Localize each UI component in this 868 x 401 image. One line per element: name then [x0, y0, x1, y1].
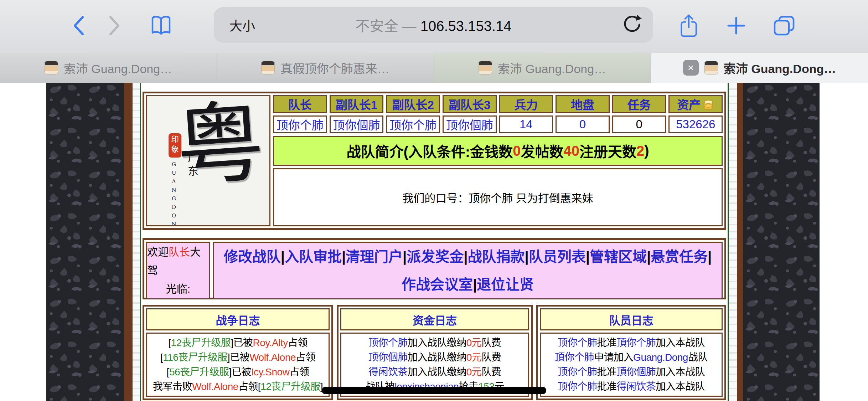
log-link[interactable]: Guang.Dong	[633, 352, 688, 363]
text-segment: 占领	[296, 352, 315, 363]
tab-bar: 索沛 Guang.Dong… 真假顶你个肺惠来… 索沛 Guang.Dong… …	[0, 53, 868, 83]
text-segment: Icy.Snow	[251, 366, 290, 377]
menu-link[interactable]: 悬赏任务	[651, 249, 708, 264]
text-segment: 发帖数	[521, 140, 563, 161]
bookmarks-button[interactable]	[150, 0, 172, 53]
log-link[interactable]: 顶你个肺	[368, 337, 408, 348]
leader-header-label: 兵力	[514, 96, 538, 113]
text-segment: 批准	[597, 337, 616, 348]
tab-title: 真假顶你个肺惠来…	[280, 59, 389, 77]
leader-name-link[interactable]: 顶你个肺	[389, 116, 436, 133]
log-link[interactable]: 顶你个肺	[558, 337, 597, 348]
welcome-table: 欢迎队长大驾 光临: 修改战队|入队审批|清理门户|派发奖金|战队捐款|队员列表…	[143, 238, 726, 299]
team-slogan: 我们的口号：顶你个肺 只为打倒惠来妹	[273, 168, 723, 226]
tab-3[interactable]: 索沛 Guang.Dong…	[434, 53, 651, 83]
log-row: 顶你个肺批准頂你个肺加入本战队	[541, 335, 722, 350]
home-indicator[interactable]	[322, 387, 546, 394]
log-link[interactable]: 无我	[422, 396, 441, 397]
left-damask-pattern	[46, 83, 124, 401]
log-link[interactable]: 顶你个肺	[558, 366, 597, 377]
tab-overview-icon	[773, 15, 795, 37]
leader-header-cell: 副队长3	[443, 95, 497, 113]
text-segment: 批准	[597, 381, 616, 392]
leader-value-cell: 顶你个肺	[273, 115, 327, 133]
new-tab-button[interactable]	[725, 0, 747, 53]
log-link[interactable]: 得闲饮茶	[368, 366, 408, 377]
tab-4-active[interactable]: × 索沛 Guang.Dong…	[651, 53, 868, 83]
log-link[interactable]: 得闲饮茶	[616, 381, 656, 392]
text-segment: 抓获小偷	[383, 396, 422, 397]
log-row: 得闲饮茶加入战队缴纳0元队费	[341, 365, 528, 379]
address-bar[interactable]: 大小 不安全 — 106.53.153.14	[214, 7, 653, 43]
log-link[interactable]: 頂你個肺	[616, 366, 656, 377]
text-segment: Roy.Alty	[253, 337, 288, 348]
share-button[interactable]	[678, 0, 699, 53]
menu-link[interactable]: 作战会议室	[402, 277, 473, 292]
leader-value-cell: 0	[612, 115, 666, 133]
tab-close-button[interactable]: ×	[683, 60, 699, 76]
logo-region-en: GUANGDONG	[171, 161, 177, 226]
leader-header-cell: 副队长1	[330, 95, 384, 113]
back-icon	[73, 15, 85, 38]
text-segment: 加入战队缴纳	[408, 352, 466, 363]
menu-line: 作战会议室|退位让贤	[402, 271, 534, 298]
leader-value-cell: 顶你個肺	[443, 115, 497, 133]
leader-header-label: 地盘	[571, 96, 594, 113]
text-segment: 56丧尸升级服	[169, 366, 229, 377]
menu-link[interactable]: 战队捐款	[468, 249, 525, 264]
text-segment: 加入本战队	[656, 381, 705, 392]
text-segment: 战队	[688, 396, 708, 397]
url-text: 不安全 — 106.53.153.14	[214, 15, 653, 35]
menu-link[interactable]: 清理门户	[346, 249, 403, 264]
log-link[interactable]: Guang.Dong	[633, 396, 688, 397]
text-segment: 2	[636, 143, 644, 159]
leader-header-row: 队长副队长1副队长2副队长3兵力地盘任务资产	[273, 95, 723, 113]
leader-name-link[interactable]: 顶你個肺	[333, 116, 380, 133]
forward-button[interactable]	[105, 0, 123, 53]
menu-separator: |	[708, 249, 712, 264]
log-row: 顶你个肺批准得闲饮茶加入本战队	[541, 379, 722, 394]
war-log-body: [12丧尸升级服]已被Roy.Alty占领[116丧尸升级服]已被Wolf.Al…	[146, 333, 330, 397]
leader-header-label: 队长	[288, 96, 312, 113]
coins-icon	[703, 98, 714, 110]
menu-link[interactable]: 派发奖金	[407, 249, 464, 264]
log-link[interactable]: 顶你个肺	[558, 381, 597, 392]
tab-2[interactable]: 真假顶你个肺惠来…	[217, 53, 434, 83]
log-row: [56丧尸升级服]已被Icy.Snow占领	[147, 365, 329, 379]
tab-title: 索沛 Guang.Dong…	[64, 59, 172, 77]
menu-separator: |	[342, 249, 346, 264]
leader-header-cell: 任务	[612, 95, 666, 113]
tab-1[interactable]: 索沛 Guang.Dong…	[0, 53, 217, 83]
tab-overview-button[interactable]	[773, 0, 796, 53]
text-segment: 批准	[597, 366, 616, 377]
text-segment: 罚款	[441, 396, 461, 397]
text-segment: 46	[286, 396, 297, 397]
text-segment: 队长	[169, 246, 190, 258]
leader-header-cell: 副队长2	[386, 95, 440, 113]
reload-button[interactable]	[622, 14, 642, 36]
text-segment: 队费	[481, 337, 501, 348]
browser-toolbar: 大小 不安全 — 106.53.153.14	[0, 0, 868, 53]
menu-link[interactable]: 入队审批	[285, 249, 342, 264]
menu-link[interactable]: 队员列表	[529, 249, 586, 264]
menu-separator: |	[464, 249, 467, 264]
back-button[interactable]	[70, 0, 88, 53]
leader-header-label: 任务	[627, 96, 651, 113]
menu-link[interactable]: 修改战队	[224, 249, 281, 264]
text-segment: 扩充本战队军营到	[208, 396, 286, 397]
leader-name-link[interactable]: 顶你個肺	[446, 116, 493, 133]
log-link[interactable]: 頂你個肺	[555, 396, 594, 397]
log-link[interactable]: 頂你个肺	[555, 352, 594, 363]
menu-link[interactable]: 管辖区域	[590, 249, 647, 264]
log-link[interactable]: 頂你个肺	[616, 337, 656, 348]
menu-separator: |	[281, 249, 285, 264]
text-segment: 0元	[466, 366, 482, 377]
text-segment: 注册天数	[579, 140, 636, 161]
menu-link[interactable]: 退位让贤	[477, 277, 534, 292]
text-segment: Wolf.Alone	[249, 352, 296, 363]
log-link[interactable]: 得闲饮茶	[169, 396, 208, 397]
text-segment: 40	[563, 143, 579, 159]
leader-name-link[interactable]: 顶你个肺	[277, 116, 324, 133]
text-segment: 欢迎	[147, 246, 169, 258]
log-link[interactable]: 顶你個肺	[368, 352, 408, 363]
